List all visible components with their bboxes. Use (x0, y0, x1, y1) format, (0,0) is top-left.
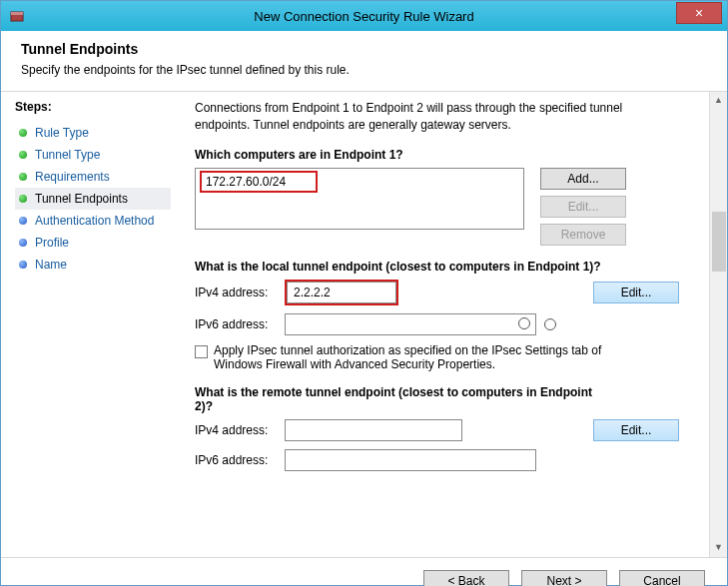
next-button[interactable]: Next > (521, 570, 607, 587)
bullet-icon (19, 195, 27, 203)
authorization-checkbox[interactable] (195, 345, 208, 358)
step-rule-type[interactable]: Rule Type (15, 122, 171, 144)
window-title: New Connection Security Rule Wizard (1, 9, 727, 24)
back-button[interactable]: < Back (423, 570, 509, 587)
step-label: Rule Type (35, 126, 89, 140)
local-question: What is the local tunnel endpoint (close… (195, 260, 721, 274)
remote-ipv6-label: IPv6 address: (195, 453, 285, 467)
authorization-label: Apply IPsec tunnel authorization as spec… (214, 343, 624, 371)
step-label: Tunnel Endpoints (35, 192, 128, 206)
vertical-scrollbar[interactable]: ▲ ▼ (709, 92, 727, 557)
steps-sidebar: Steps: Rule Type Tunnel Type Requirement… (1, 92, 181, 557)
bullet-icon (19, 261, 27, 269)
local-ipv4-input[interactable] (287, 282, 396, 303)
authorization-row: Apply IPsec tunnel authorization as spec… (195, 343, 624, 371)
close-button[interactable]: × (676, 2, 722, 24)
ipv4-highlight (285, 280, 398, 305)
page-subtitle: Specify the endpoints for the IPsec tunn… (21, 63, 707, 77)
bullet-icon (19, 129, 27, 137)
ipv6-radio[interactable] (544, 318, 556, 330)
clear-indicator-icon (518, 317, 530, 329)
bullet-icon (19, 239, 27, 247)
local-ipv6-wrap (285, 313, 536, 335)
endpoint1-item-highlight: 172.27.60.0/24 (200, 171, 318, 193)
bullet-icon (19, 151, 27, 159)
remote-ipv6-input[interactable] (285, 449, 536, 471)
bullet-icon (19, 217, 27, 225)
intro-text: Connections from Endpoint 1 to Endpoint … (195, 100, 674, 134)
endpoint1-group: Which computers are in Endpoint 1? 172.2… (195, 148, 721, 246)
step-authentication-method[interactable]: Authentication Method (15, 210, 171, 232)
add-button[interactable]: Add... (540, 168, 626, 190)
endpoint1-item: 172.27.60.0/24 (206, 175, 286, 189)
remove-button: Remove (540, 224, 626, 246)
local-endpoint-group: What is the local tunnel endpoint (close… (195, 260, 721, 371)
endpoint1-question: Which computers are in Endpoint 1? (195, 148, 721, 162)
step-label: Authentication Method (35, 214, 154, 228)
step-label: Profile (35, 236, 69, 250)
step-profile[interactable]: Profile (15, 232, 171, 254)
edit-button: Edit... (540, 196, 626, 218)
steps-heading: Steps: (15, 100, 171, 114)
endpoint1-buttons: Add... Edit... Remove (540, 168, 626, 246)
ipv4-label: IPv4 address: (195, 286, 285, 299)
step-requirements[interactable]: Requirements (15, 166, 171, 188)
content-pane: Connections from Endpoint 1 to Endpoint … (181, 92, 727, 557)
step-name[interactable]: Name (15, 254, 171, 276)
scroll-down-icon[interactable]: ▼ (710, 539, 727, 557)
remote-ipv4-label: IPv4 address: (195, 423, 285, 437)
remote-edit-button[interactable]: Edit... (593, 419, 679, 441)
titlebar: New Connection Security Rule Wizard × (1, 1, 727, 31)
scroll-up-icon[interactable]: ▲ (710, 92, 727, 110)
bullet-icon (19, 173, 27, 181)
step-tunnel-endpoints[interactable]: Tunnel Endpoints (15, 188, 171, 210)
page-title: Tunnel Endpoints (21, 41, 707, 57)
wizard-window: New Connection Security Rule Wizard × Tu… (0, 0, 728, 586)
remote-question: What is the remote tunnel endpoint (clos… (195, 385, 594, 413)
remote-ipv4-input[interactable] (285, 419, 462, 441)
ipv6-label: IPv6 address: (195, 317, 285, 331)
step-label: Tunnel Type (35, 148, 100, 162)
step-label: Name (35, 258, 67, 272)
cancel-button[interactable]: Cancel (619, 570, 705, 587)
page-header: Tunnel Endpoints Specify the endpoints f… (1, 31, 727, 92)
step-label: Requirements (35, 170, 110, 184)
footer: < Back Next > Cancel (1, 557, 727, 586)
body: Steps: Rule Type Tunnel Type Requirement… (1, 92, 727, 557)
scroll-thumb[interactable] (712, 212, 726, 272)
remote-endpoint-group: What is the remote tunnel endpoint (clos… (195, 385, 721, 471)
local-ipv6-input[interactable] (285, 313, 536, 335)
endpoint1-listbox[interactable]: 172.27.60.0/24 (195, 168, 524, 230)
local-edit-button[interactable]: Edit... (593, 282, 679, 303)
step-tunnel-type[interactable]: Tunnel Type (15, 144, 171, 166)
